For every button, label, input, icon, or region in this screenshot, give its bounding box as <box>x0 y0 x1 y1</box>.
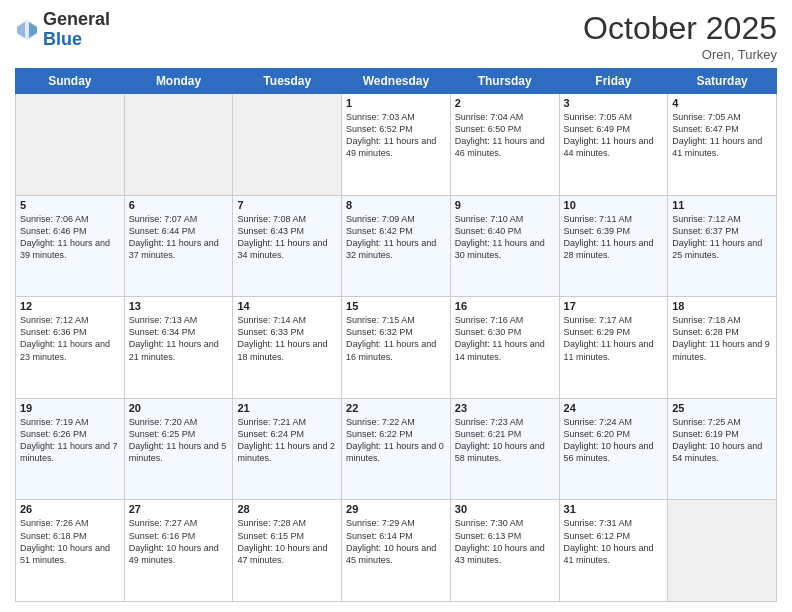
day-number: 8 <box>346 199 446 211</box>
calendar-cell: 17Sunrise: 7:17 AM Sunset: 6:29 PM Dayli… <box>559 297 668 399</box>
calendar-cell <box>233 94 342 196</box>
calendar-cell: 26Sunrise: 7:26 AM Sunset: 6:18 PM Dayli… <box>16 500 125 602</box>
calendar-cell: 16Sunrise: 7:16 AM Sunset: 6:30 PM Dayli… <box>450 297 559 399</box>
day-info: Sunrise: 7:15 AM Sunset: 6:32 PM Dayligh… <box>346 314 446 363</box>
title-block: October 2025 Oren, Turkey <box>583 10 777 62</box>
day-number: 7 <box>237 199 337 211</box>
calendar-cell: 11Sunrise: 7:12 AM Sunset: 6:37 PM Dayli… <box>668 195 777 297</box>
calendar-cell: 5Sunrise: 7:06 AM Sunset: 6:46 PM Daylig… <box>16 195 125 297</box>
day-info: Sunrise: 7:24 AM Sunset: 6:20 PM Dayligh… <box>564 416 664 465</box>
location: Oren, Turkey <box>583 47 777 62</box>
day-info: Sunrise: 7:31 AM Sunset: 6:12 PM Dayligh… <box>564 517 664 566</box>
day-number: 25 <box>672 402 772 414</box>
col-friday: Friday <box>559 69 668 94</box>
day-info: Sunrise: 7:30 AM Sunset: 6:13 PM Dayligh… <box>455 517 555 566</box>
calendar-cell: 6Sunrise: 7:07 AM Sunset: 6:44 PM Daylig… <box>124 195 233 297</box>
day-info: Sunrise: 7:03 AM Sunset: 6:52 PM Dayligh… <box>346 111 446 160</box>
calendar-cell: 23Sunrise: 7:23 AM Sunset: 6:21 PM Dayli… <box>450 398 559 500</box>
day-number: 4 <box>672 97 772 109</box>
day-number: 24 <box>564 402 664 414</box>
col-saturday: Saturday <box>668 69 777 94</box>
day-number: 5 <box>20 199 120 211</box>
day-info: Sunrise: 7:07 AM Sunset: 6:44 PM Dayligh… <box>129 213 229 262</box>
calendar-table: Sunday Monday Tuesday Wednesday Thursday… <box>15 68 777 602</box>
day-info: Sunrise: 7:21 AM Sunset: 6:24 PM Dayligh… <box>237 416 337 465</box>
col-monday: Monday <box>124 69 233 94</box>
day-number: 14 <box>237 300 337 312</box>
day-number: 31 <box>564 503 664 515</box>
col-wednesday: Wednesday <box>342 69 451 94</box>
logo-blue: Blue <box>43 29 82 49</box>
calendar-cell: 29Sunrise: 7:29 AM Sunset: 6:14 PM Dayli… <box>342 500 451 602</box>
calendar-cell: 12Sunrise: 7:12 AM Sunset: 6:36 PM Dayli… <box>16 297 125 399</box>
logo-general: General <box>43 9 110 29</box>
day-number: 15 <box>346 300 446 312</box>
day-info: Sunrise: 7:09 AM Sunset: 6:42 PM Dayligh… <box>346 213 446 262</box>
day-info: Sunrise: 7:26 AM Sunset: 6:18 PM Dayligh… <box>20 517 120 566</box>
calendar-header-row: Sunday Monday Tuesday Wednesday Thursday… <box>16 69 777 94</box>
day-number: 23 <box>455 402 555 414</box>
calendar-cell: 3Sunrise: 7:05 AM Sunset: 6:49 PM Daylig… <box>559 94 668 196</box>
day-info: Sunrise: 7:12 AM Sunset: 6:37 PM Dayligh… <box>672 213 772 262</box>
day-info: Sunrise: 7:18 AM Sunset: 6:28 PM Dayligh… <box>672 314 772 363</box>
calendar-cell: 14Sunrise: 7:14 AM Sunset: 6:33 PM Dayli… <box>233 297 342 399</box>
calendar-cell: 19Sunrise: 7:19 AM Sunset: 6:26 PM Dayli… <box>16 398 125 500</box>
day-number: 30 <box>455 503 555 515</box>
calendar-week-row: 19Sunrise: 7:19 AM Sunset: 6:26 PM Dayli… <box>16 398 777 500</box>
logo-text: General Blue <box>43 10 110 50</box>
calendar-cell: 7Sunrise: 7:08 AM Sunset: 6:43 PM Daylig… <box>233 195 342 297</box>
col-sunday: Sunday <box>16 69 125 94</box>
day-number: 21 <box>237 402 337 414</box>
day-number: 11 <box>672 199 772 211</box>
day-info: Sunrise: 7:14 AM Sunset: 6:33 PM Dayligh… <box>237 314 337 363</box>
calendar-cell: 22Sunrise: 7:22 AM Sunset: 6:22 PM Dayli… <box>342 398 451 500</box>
day-info: Sunrise: 7:10 AM Sunset: 6:40 PM Dayligh… <box>455 213 555 262</box>
day-info: Sunrise: 7:28 AM Sunset: 6:15 PM Dayligh… <box>237 517 337 566</box>
day-info: Sunrise: 7:04 AM Sunset: 6:50 PM Dayligh… <box>455 111 555 160</box>
calendar-cell: 20Sunrise: 7:20 AM Sunset: 6:25 PM Dayli… <box>124 398 233 500</box>
calendar-cell: 4Sunrise: 7:05 AM Sunset: 6:47 PM Daylig… <box>668 94 777 196</box>
day-number: 13 <box>129 300 229 312</box>
logo-icon <box>15 18 39 42</box>
day-number: 29 <box>346 503 446 515</box>
calendar-cell: 31Sunrise: 7:31 AM Sunset: 6:12 PM Dayli… <box>559 500 668 602</box>
day-info: Sunrise: 7:20 AM Sunset: 6:25 PM Dayligh… <box>129 416 229 465</box>
day-number: 20 <box>129 402 229 414</box>
calendar-cell: 1Sunrise: 7:03 AM Sunset: 6:52 PM Daylig… <box>342 94 451 196</box>
day-info: Sunrise: 7:08 AM Sunset: 6:43 PM Dayligh… <box>237 213 337 262</box>
calendar-cell: 15Sunrise: 7:15 AM Sunset: 6:32 PM Dayli… <box>342 297 451 399</box>
day-number: 19 <box>20 402 120 414</box>
day-number: 1 <box>346 97 446 109</box>
calendar-week-row: 1Sunrise: 7:03 AM Sunset: 6:52 PM Daylig… <box>16 94 777 196</box>
day-info: Sunrise: 7:27 AM Sunset: 6:16 PM Dayligh… <box>129 517 229 566</box>
day-number: 27 <box>129 503 229 515</box>
day-info: Sunrise: 7:17 AM Sunset: 6:29 PM Dayligh… <box>564 314 664 363</box>
col-tuesday: Tuesday <box>233 69 342 94</box>
calendar-cell: 13Sunrise: 7:13 AM Sunset: 6:34 PM Dayli… <box>124 297 233 399</box>
calendar-cell: 25Sunrise: 7:25 AM Sunset: 6:19 PM Dayli… <box>668 398 777 500</box>
page: General Blue October 2025 Oren, Turkey S… <box>0 0 792 612</box>
day-number: 17 <box>564 300 664 312</box>
calendar-cell: 8Sunrise: 7:09 AM Sunset: 6:42 PM Daylig… <box>342 195 451 297</box>
day-info: Sunrise: 7:13 AM Sunset: 6:34 PM Dayligh… <box>129 314 229 363</box>
calendar-cell: 18Sunrise: 7:18 AM Sunset: 6:28 PM Dayli… <box>668 297 777 399</box>
day-number: 22 <box>346 402 446 414</box>
day-number: 2 <box>455 97 555 109</box>
calendar-cell: 21Sunrise: 7:21 AM Sunset: 6:24 PM Dayli… <box>233 398 342 500</box>
calendar-cell: 10Sunrise: 7:11 AM Sunset: 6:39 PM Dayli… <box>559 195 668 297</box>
day-number: 12 <box>20 300 120 312</box>
day-info: Sunrise: 7:05 AM Sunset: 6:47 PM Dayligh… <box>672 111 772 160</box>
day-number: 28 <box>237 503 337 515</box>
day-number: 18 <box>672 300 772 312</box>
day-info: Sunrise: 7:25 AM Sunset: 6:19 PM Dayligh… <box>672 416 772 465</box>
calendar-cell: 28Sunrise: 7:28 AM Sunset: 6:15 PM Dayli… <box>233 500 342 602</box>
day-info: Sunrise: 7:19 AM Sunset: 6:26 PM Dayligh… <box>20 416 120 465</box>
day-info: Sunrise: 7:12 AM Sunset: 6:36 PM Dayligh… <box>20 314 120 363</box>
day-info: Sunrise: 7:23 AM Sunset: 6:21 PM Dayligh… <box>455 416 555 465</box>
day-info: Sunrise: 7:29 AM Sunset: 6:14 PM Dayligh… <box>346 517 446 566</box>
month-title: October 2025 <box>583 10 777 47</box>
day-info: Sunrise: 7:11 AM Sunset: 6:39 PM Dayligh… <box>564 213 664 262</box>
day-number: 9 <box>455 199 555 211</box>
day-number: 26 <box>20 503 120 515</box>
calendar-cell <box>16 94 125 196</box>
